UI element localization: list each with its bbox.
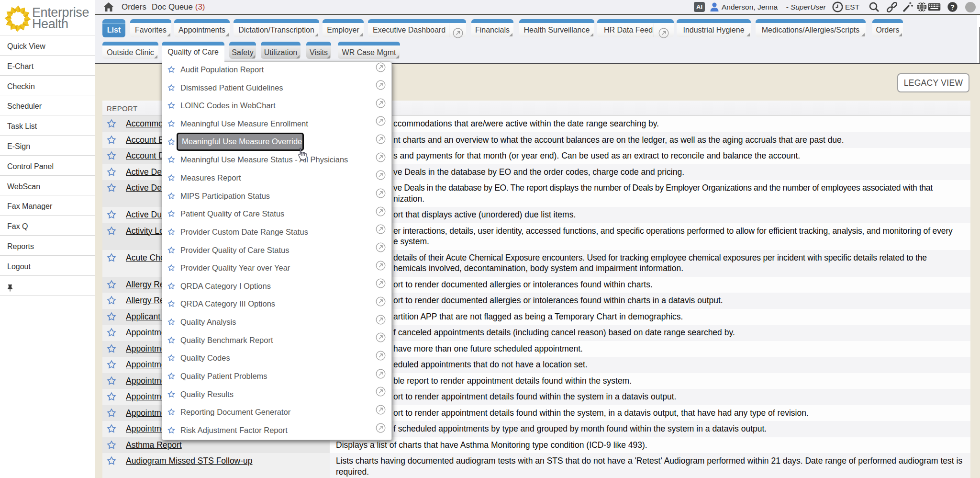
svg-text:?: ? [950,3,955,11]
